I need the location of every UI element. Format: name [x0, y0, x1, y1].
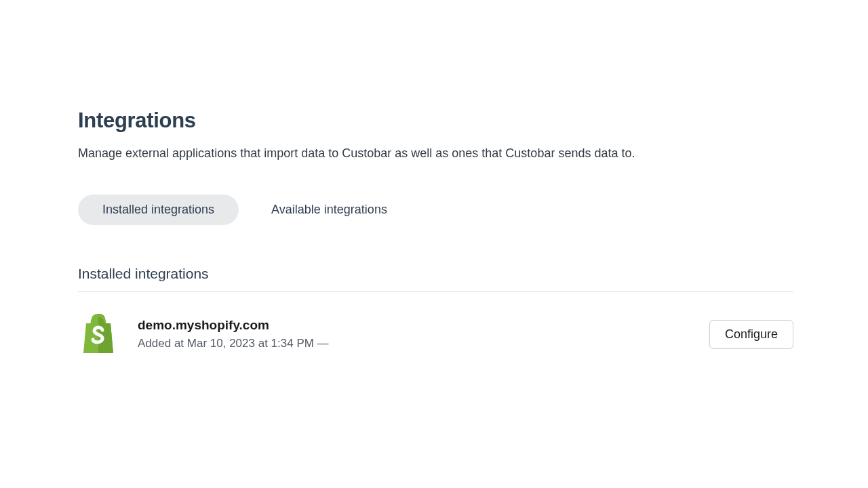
integration-meta: Added at Mar 10, 2023 at 1:34 PM —: [138, 337, 690, 350]
section-title-installed: Installed integrations: [78, 266, 793, 282]
page-title: Integrations: [78, 108, 793, 133]
configure-button[interactable]: Configure: [709, 320, 793, 349]
section-divider: [78, 291, 793, 292]
integration-details: demo.myshopify.com Added at Mar 10, 2023…: [138, 318, 690, 350]
tab-installed-integrations[interactable]: Installed integrations: [78, 195, 239, 225]
page-description: Manage external applications that import…: [78, 145, 793, 162]
tab-available-integrations[interactable]: Available integrations: [271, 195, 387, 225]
integration-name: demo.myshopify.com: [138, 318, 690, 333]
tabs: Installed integrations Available integra…: [78, 195, 793, 225]
shopify-icon: [78, 311, 119, 357]
integration-row: demo.myshopify.com Added at Mar 10, 2023…: [78, 311, 793, 357]
